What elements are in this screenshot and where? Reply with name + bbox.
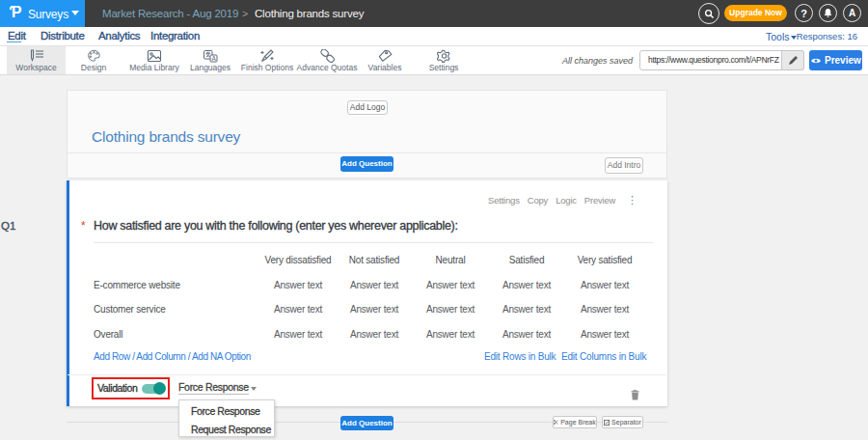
svg-text:A: A [212, 55, 217, 62]
